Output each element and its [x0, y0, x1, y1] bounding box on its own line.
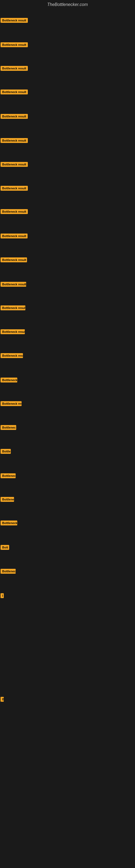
bottleneck-badge-16[interactable]: Bottleneck [1, 378, 17, 382]
bottleneck-badge-24[interactable]: Bottlenec [1, 569, 16, 574]
bottleneck-result-row-20: Bottlenec [1, 473, 16, 479]
bottleneck-result-row-26: B [1, 697, 4, 703]
bottleneck-result-row-21: Bottlene [1, 497, 14, 503]
bottleneck-result-row-1: Bottleneck result [1, 18, 28, 24]
bottleneck-result-row-4: Bottleneck result [1, 90, 28, 95]
bottleneck-result-row-17: Bottleneck res [1, 401, 21, 407]
bottleneck-badge-22[interactable]: Bottleneck [1, 521, 17, 525]
bottleneck-result-row-2: Bottleneck result [1, 42, 28, 48]
bottleneck-badge-18[interactable]: Bottlenec [1, 425, 16, 430]
bottleneck-badge-2[interactable]: Bottleneck result [1, 42, 28, 47]
bottleneck-result-row-15: Bottleneck resu [1, 353, 23, 359]
bottleneck-badge-6[interactable]: Bottleneck result [1, 138, 28, 143]
bottleneck-result-row-12: Bottleneck result [1, 282, 26, 288]
bottleneck-badge-10[interactable]: Bottleneck result [1, 234, 28, 239]
bottleneck-result-row-7: Bottleneck result [1, 162, 28, 168]
bottleneck-result-row-24: Bottlenec [1, 569, 16, 575]
bottleneck-badge-12[interactable]: Bottleneck result [1, 282, 26, 287]
bottleneck-result-row-13: Bottleneck result [1, 305, 26, 311]
bottleneck-result-row-3: Bottleneck result [1, 66, 28, 72]
bottleneck-badge-17[interactable]: Bottleneck res [1, 401, 21, 406]
bottleneck-badge-25[interactable]: I [1, 593, 4, 598]
bottleneck-result-row-16: Bottleneck [1, 378, 17, 383]
bottleneck-result-row-19: Bottle [1, 449, 11, 455]
bottleneck-badge-13[interactable]: Bottleneck result [1, 305, 26, 310]
bottleneck-badge-11[interactable]: Bottleneck result [1, 257, 27, 262]
bottleneck-result-row-8: Bottleneck result [1, 186, 28, 192]
bottleneck-badge-20[interactable]: Bottlenec [1, 473, 16, 478]
bottleneck-result-row-22: Bottleneck [1, 521, 17, 527]
bottleneck-badge-26[interactable]: B [1, 697, 4, 702]
bottleneck-result-row-14: Bottleneck result [1, 329, 25, 335]
bottleneck-badge-7[interactable]: Bottleneck result [1, 162, 28, 167]
bottleneck-badge-14[interactable]: Bottleneck result [1, 329, 25, 334]
bottleneck-result-row-6: Bottleneck result [1, 138, 28, 144]
bottleneck-result-row-10: Bottleneck result [1, 234, 28, 240]
bottleneck-badge-8[interactable]: Bottleneck result [1, 186, 28, 191]
results-container: Bottleneck resultBottleneck resultBottle… [0, 9, 135, 868]
bottleneck-result-row-25: I [1, 593, 4, 599]
site-header: TheBottlenecker.com [0, 0, 135, 9]
bottleneck-result-row-18: Bottlenec [1, 425, 16, 431]
bottleneck-badge-3[interactable]: Bottleneck result [1, 66, 28, 71]
bottleneck-badge-9[interactable]: Bottleneck result [1, 209, 28, 214]
bottleneck-badge-19[interactable]: Bottle [1, 449, 11, 454]
bottleneck-result-row-5: Bottleneck result [1, 114, 28, 120]
bottleneck-result-row-11: Bottleneck result [1, 257, 27, 264]
bottleneck-result-row-23: Bott [1, 545, 9, 551]
bottleneck-badge-21[interactable]: Bottlene [1, 497, 14, 502]
bottleneck-badge-4[interactable]: Bottleneck result [1, 90, 28, 94]
bottleneck-badge-1[interactable]: Bottleneck result [1, 18, 28, 23]
site-title: TheBottlenecker.com [0, 0, 135, 9]
bottleneck-badge-23[interactable]: Bott [1, 545, 9, 550]
bottleneck-badge-5[interactable]: Bottleneck result [1, 114, 28, 119]
bottleneck-badge-15[interactable]: Bottleneck resu [1, 353, 23, 358]
bottleneck-result-row-9: Bottleneck result [1, 209, 28, 215]
